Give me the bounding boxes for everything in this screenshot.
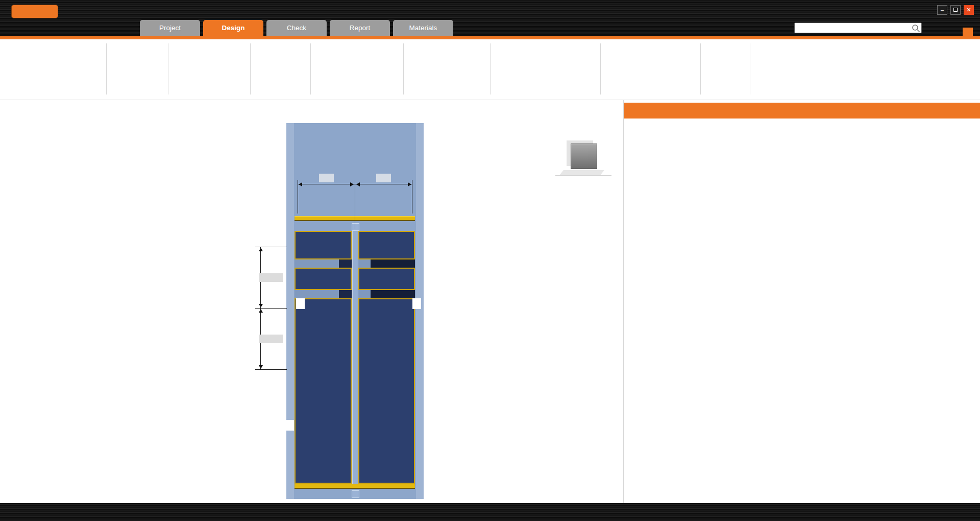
ribbon	[0, 39, 980, 100]
navigation-cube[interactable]	[571, 144, 597, 169]
dimension-tick	[255, 369, 287, 370]
search-box	[794, 22, 922, 33]
accent-strip	[0, 36, 980, 39]
nav-cube-groundline	[555, 175, 611, 176]
dimension-tick	[255, 308, 287, 309]
production-cost-separator	[444, 229, 450, 238]
operations-panel	[624, 100, 980, 503]
dim-arrow	[299, 182, 302, 186]
member-label-b	[296, 298, 305, 309]
dimension-label	[376, 174, 391, 182]
stiffener-gap	[295, 289, 352, 299]
app-window: – ✕ ProjectDesignCheckReportMaterials	[0, 0, 980, 521]
dim-arrow	[408, 182, 411, 186]
ribbon-separator	[600, 43, 601, 94]
column-edge	[286, 123, 294, 499]
ribbon-separator	[168, 43, 168, 94]
production-cost	[444, 229, 450, 238]
column-edge	[416, 123, 424, 499]
search-icon[interactable]	[911, 23, 920, 35]
dim-arrow	[259, 248, 263, 251]
dim-arrow	[259, 309, 263, 313]
model-viewport[interactable]	[0, 100, 623, 503]
close-button[interactable]: ✕	[964, 5, 974, 15]
endplate-bottom-edge	[295, 484, 415, 489]
tab-design[interactable]: Design	[203, 20, 263, 36]
endplate-right-3d[interactable]	[358, 231, 415, 484]
stiffener-gap	[358, 258, 415, 269]
ribbon-separator	[403, 43, 404, 94]
ribbon-separator	[700, 43, 701, 94]
ribbon-separator	[250, 43, 251, 94]
endplate-left-3d[interactable]	[295, 231, 352, 484]
tab-check[interactable]: Check	[266, 20, 327, 36]
maximize-icon	[953, 8, 958, 12]
extension-line	[298, 180, 298, 214]
member-label-b	[412, 298, 421, 309]
dim-arrow	[350, 182, 354, 186]
tab-project[interactable]: Project	[140, 20, 200, 36]
nav-cube-shadow	[559, 170, 604, 175]
member-label-c	[285, 420, 294, 431]
ribbon-separator	[310, 43, 311, 94]
maximize-button[interactable]	[950, 5, 961, 15]
ribbon-separator	[490, 43, 491, 94]
dimension-label	[259, 273, 283, 282]
ribbon-separator	[750, 43, 750, 94]
web-stub-outline	[352, 223, 359, 231]
status-bar	[0, 503, 980, 521]
titlebar: – ✕ ProjectDesignCheckReportMaterials	[0, 0, 980, 36]
web-stub-outline	[352, 490, 359, 498]
idea-logo	[11, 5, 58, 18]
minimize-button[interactable]: –	[937, 5, 947, 15]
tab-materials[interactable]: Materials	[393, 20, 453, 36]
dim-arrow	[356, 182, 360, 186]
stiffener-gap	[295, 258, 352, 269]
panel-header	[624, 103, 980, 119]
member-label-c	[424, 420, 432, 431]
dimension-tick	[255, 247, 287, 247]
dimension-label	[259, 335, 283, 343]
extension-line	[412, 180, 412, 214]
ribbon-separator	[106, 43, 107, 94]
dim-arrow	[259, 365, 263, 369]
stiffener-gap	[358, 289, 415, 299]
beam-web-3d[interactable]	[352, 223, 358, 489]
dim-arrow	[259, 304, 263, 307]
extension-line	[355, 180, 355, 229]
search-input[interactable]	[797, 23, 910, 33]
dimension-label	[319, 174, 334, 182]
tab-report[interactable]: Report	[330, 20, 390, 36]
